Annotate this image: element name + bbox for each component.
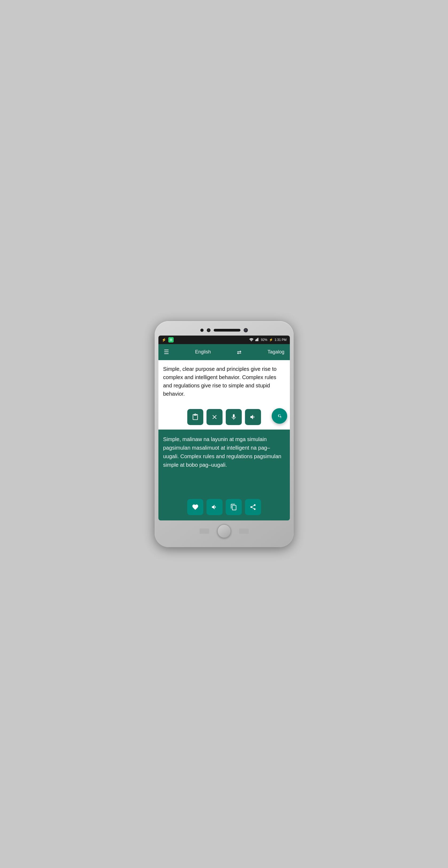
input-area: Simple, clear purpose and principles giv… bbox=[158, 360, 290, 430]
gps-icon: ◎ bbox=[168, 337, 174, 342]
clear-button[interactable] bbox=[206, 409, 223, 425]
share-button[interactable] bbox=[245, 499, 261, 515]
status-left: ⚡ ◎ bbox=[162, 337, 174, 342]
status-bar: ⚡ ◎ 92% ⚡ bbox=[158, 336, 290, 344]
battery-percent: 92% bbox=[261, 338, 267, 342]
hamburger-menu-icon[interactable]: ☰ bbox=[164, 349, 169, 355]
swap-languages-icon[interactable]: ⇄ bbox=[237, 349, 242, 355]
output-text: Simple, malinaw na layunin at mga simula… bbox=[163, 435, 285, 494]
output-actions bbox=[163, 494, 285, 517]
front-camera bbox=[200, 329, 203, 332]
svg-rect-1 bbox=[256, 339, 257, 341]
input-text[interactable]: Simple, clear purpose and principles giv… bbox=[163, 365, 285, 405]
rear-camera bbox=[244, 328, 248, 332]
copy-button[interactable] bbox=[226, 499, 242, 515]
svg-text:T: T bbox=[280, 416, 282, 418]
home-button[interactable] bbox=[217, 524, 231, 538]
app-header: ☰ English ⇄ Tagalog bbox=[158, 344, 290, 360]
google-translate-fab[interactable]: G T bbox=[272, 408, 287, 424]
output-speaker-button[interactable] bbox=[206, 499, 223, 515]
source-language-label[interactable]: English bbox=[195, 349, 211, 355]
output-area: Simple, malinaw na layunin at mga simula… bbox=[158, 430, 290, 520]
phone-bottom-bar bbox=[158, 520, 290, 540]
input-actions: G T bbox=[163, 405, 285, 427]
battery-charging-icon: ⚡ bbox=[269, 338, 273, 342]
status-right: 92% ⚡ 1:31 PM bbox=[249, 337, 287, 342]
phone-screen: ⚡ ◎ 92% ⚡ bbox=[158, 336, 290, 520]
time-display: 1:31 PM bbox=[275, 338, 287, 342]
microphone-button[interactable] bbox=[226, 409, 242, 425]
svg-rect-0 bbox=[255, 340, 256, 341]
phone-top-bar bbox=[158, 326, 290, 336]
svg-rect-3 bbox=[258, 338, 258, 341]
speaker-grille bbox=[214, 329, 241, 332]
recents-button[interactable] bbox=[239, 528, 249, 534]
favorite-button[interactable] bbox=[187, 499, 203, 515]
svg-rect-2 bbox=[257, 339, 258, 341]
signal-icon bbox=[255, 337, 259, 342]
target-language-label[interactable]: Tagalog bbox=[267, 349, 284, 355]
clipboard-button[interactable] bbox=[187, 409, 203, 425]
back-button[interactable] bbox=[199, 528, 209, 534]
phone-device: ⚡ ◎ 92% ⚡ bbox=[155, 321, 294, 547]
usb-icon: ⚡ bbox=[162, 338, 166, 342]
front-camera-2 bbox=[207, 328, 211, 332]
speaker-button[interactable] bbox=[245, 409, 261, 425]
wifi-icon bbox=[249, 337, 254, 342]
